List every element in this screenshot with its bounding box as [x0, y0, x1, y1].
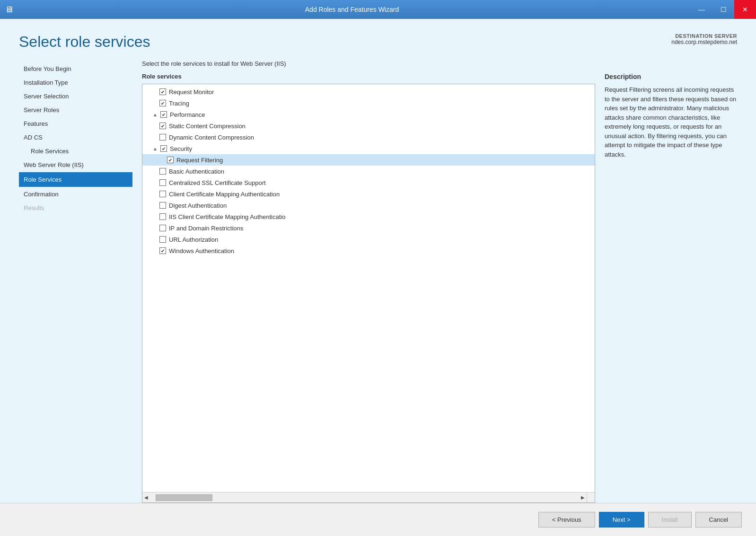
list-item[interactable]: Tracing: [142, 97, 595, 109]
install-button[interactable]: Install: [648, 512, 692, 527]
list-item[interactable]: Windows Authentication: [142, 245, 595, 256]
sidebar-item-web-server-role[interactable]: Web Server Role (IIS): [19, 158, 132, 171]
checkbox-tracing[interactable]: [159, 100, 166, 106]
next-button[interactable]: Next >: [599, 512, 644, 527]
services-scroll[interactable]: Request Monitor Tracing ▲: [142, 84, 595, 492]
maximize-button[interactable]: ☐: [712, 0, 734, 19]
checkbox-dynamic-compression[interactable]: [159, 134, 166, 141]
service-label: IP and Domain Restrictions: [169, 225, 243, 232]
checkbox-request-filtering[interactable]: [167, 157, 174, 163]
role-services-panel: Role services Request Monitor: [142, 73, 595, 503]
titlebar: 🖥 Add Roles and Features Wizard — ☐ ✕: [0, 0, 756, 19]
checkbox-static-compression[interactable]: [159, 123, 166, 129]
checkbox-centralized-ssl[interactable]: [159, 179, 166, 186]
list-item[interactable]: IIS Client Certificate Mapping Authentic…: [142, 211, 595, 222]
service-label: Performance: [170, 111, 205, 118]
page-title: Select role services: [19, 33, 150, 51]
list-item[interactable]: Static Content Compression: [142, 120, 595, 132]
service-label: Static Content Compression: [169, 123, 246, 130]
tree-arrow-performance[interactable]: ▲: [152, 111, 158, 118]
sidebar-item-confirmation[interactable]: Confirmation: [19, 188, 132, 201]
list-item[interactable]: Basic Authentication: [142, 166, 595, 177]
scrollbar-corner: [587, 492, 595, 502]
service-label: Digest Authentication: [169, 202, 227, 209]
service-label: Client Certificate Mapping Authenticatio…: [169, 191, 280, 198]
page-header: Select role services DESTINATION SERVER …: [19, 33, 737, 51]
checkbox-client-cert[interactable]: [159, 191, 166, 197]
list-item[interactable]: ▲ Performance: [142, 109, 595, 120]
service-label: Basic Authentication: [169, 168, 224, 175]
checkbox-windows-auth[interactable]: [159, 247, 166, 254]
instruction-text: Select the role services to install for …: [142, 60, 737, 67]
service-label: Security: [170, 145, 192, 152]
app-icon: 🖥: [5, 5, 13, 15]
checkbox-security[interactable]: [160, 145, 167, 152]
horizontal-scrollbar[interactable]: ◀ ▶: [142, 492, 587, 502]
list-item[interactable]: IP and Domain Restrictions: [142, 222, 595, 234]
service-label: IIS Client Certificate Mapping Authentic…: [169, 213, 285, 220]
scroll-right-arrow[interactable]: ▶: [579, 495, 587, 500]
checkbox-digest-auth[interactable]: [159, 202, 166, 209]
list-item[interactable]: Digest Authentication: [142, 200, 595, 211]
tree-arrow-security[interactable]: ▲: [152, 145, 158, 152]
service-label: Request Monitor: [169, 88, 214, 96]
checkbox-ip-domain[interactable]: [159, 225, 166, 231]
wizard-window: 🖥 Add Roles and Features Wizard — ☐ ✕ Se…: [0, 0, 756, 536]
cancel-button[interactable]: Cancel: [695, 512, 742, 527]
checkbox-url-auth[interactable]: [159, 236, 166, 243]
wizard-content: Select the role services to install for …: [142, 60, 737, 503]
close-button[interactable]: ✕: [734, 0, 756, 19]
description-text: Request Filtering screens all incoming r…: [605, 85, 737, 159]
sidebar: Before You Begin Installation Type Serve…: [19, 60, 142, 503]
checkbox-basic-auth[interactable]: [159, 168, 166, 175]
list-item[interactable]: ▲ Security: [142, 143, 595, 154]
service-label: Centralized SSL Certificate Support: [169, 179, 266, 186]
scroll-thumb[interactable]: [156, 494, 212, 501]
sidebar-item-before-you-begin[interactable]: Before You Begin: [19, 62, 132, 75]
scroll-left-arrow[interactable]: ◀: [142, 495, 150, 500]
service-label: Windows Authentication: [169, 247, 234, 255]
sidebar-item-results: Results: [19, 202, 132, 214]
checkbox-request-monitor[interactable]: [159, 88, 166, 95]
checkbox-performance[interactable]: [160, 111, 167, 118]
list-item[interactable]: URL Authorization: [142, 234, 595, 245]
list-item[interactable]: Dynamic Content Compression: [142, 132, 595, 143]
sidebar-item-ad-cs[interactable]: AD CS: [19, 131, 132, 144]
list-item[interactable]: Request Filtering: [142, 154, 595, 166]
content-area: Select role services DESTINATION SERVER …: [0, 19, 756, 503]
role-services-label: Role services: [142, 73, 595, 80]
sidebar-item-installation-type[interactable]: Installation Type: [19, 76, 132, 89]
destination-server: DESTINATION SERVER ndes.corp.mstepdemo.n…: [671, 33, 737, 45]
list-item[interactable]: Request Monitor: [142, 86, 595, 97]
checkbox-iis-client-cert[interactable]: [159, 213, 166, 220]
window-title: Add Roles and Features Wizard: [13, 6, 691, 13]
sidebar-item-server-selection[interactable]: Server Selection: [19, 90, 132, 103]
service-label: URL Authorization: [169, 236, 218, 243]
minimize-button[interactable]: —: [691, 0, 712, 19]
services-list: Request Monitor Tracing ▲: [142, 84, 595, 503]
list-item[interactable]: Client Certificate Mapping Authenticatio…: [142, 188, 595, 200]
list-item[interactable]: Centralized SSL Certificate Support: [142, 177, 595, 188]
two-col-layout: Role services Request Monitor: [142, 73, 737, 503]
sidebar-item-features[interactable]: Features: [19, 117, 132, 130]
main-area: Before You Begin Installation Type Serve…: [19, 60, 737, 503]
window-controls: — ☐ ✕: [691, 0, 756, 19]
destination-label: DESTINATION SERVER: [671, 33, 737, 39]
previous-button[interactable]: < Previous: [538, 512, 595, 527]
service-label: Request Filtering: [176, 157, 223, 164]
description-title: Description: [605, 73, 737, 80]
sidebar-item-server-roles[interactable]: Server Roles: [19, 104, 132, 116]
description-panel: Description Request Filtering screens al…: [605, 73, 737, 503]
scroll-track[interactable]: [150, 492, 579, 502]
destination-hostname: ndes.corp.mstepdemo.net: [671, 39, 737, 45]
service-label: Tracing: [169, 100, 189, 107]
service-label: Dynamic Content Compression: [169, 134, 254, 141]
footer: < Previous Next > Install Cancel: [0, 503, 756, 536]
sidebar-item-role-services-adcs[interactable]: Role Services: [19, 145, 132, 158]
sidebar-item-role-services[interactable]: Role Services: [19, 172, 132, 187]
